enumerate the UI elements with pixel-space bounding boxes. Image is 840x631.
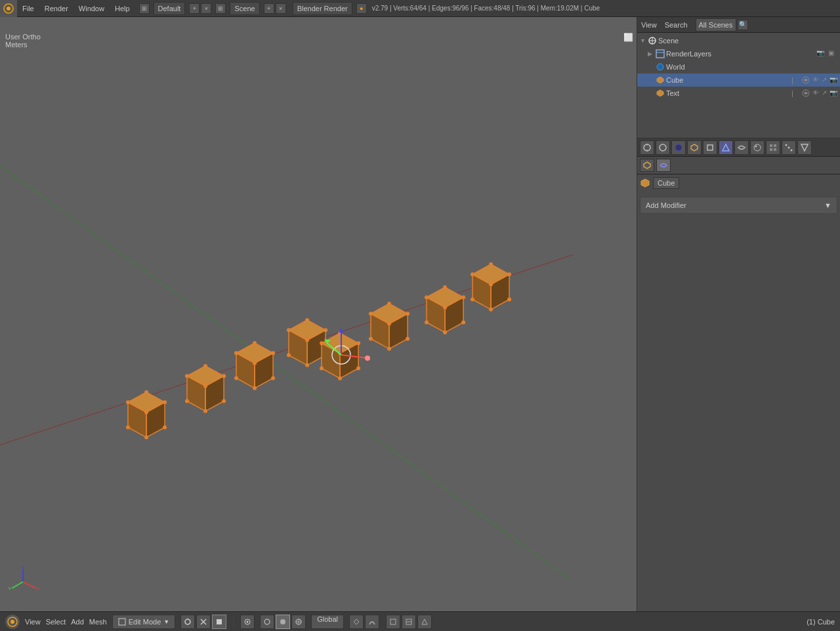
outliner-view-btn[interactable]: View (641, 21, 657, 29)
svg-line-2 (23, 582, 36, 588)
scene-layout-icon2[interactable]: ⊞ (215, 3, 226, 14)
text-select-icon[interactable]: ↗ (822, 89, 827, 97)
renderlayers-camera-icon[interactable]: 📷 (816, 49, 826, 58)
proportional-edit-btn[interactable] (240, 615, 255, 629)
prop-sub-tab-obj[interactable] (640, 159, 654, 172)
prop-tab-material[interactable] (750, 140, 765, 155)
status-view-label[interactable]: View (25, 618, 41, 626)
blender-logo[interactable] (0, 0, 17, 17)
units-label: Meters (5, 41, 41, 49)
renderlayers-action-icon[interactable]: ▣ (828, 49, 837, 58)
outliner-text-item[interactable]: Text | 👁 ↗ 📷 (637, 87, 840, 100)
prop-tab-texture[interactable] (766, 140, 780, 155)
prop-tab-data[interactable] (734, 140, 749, 155)
solid-btn[interactable] (276, 615, 290, 629)
main-menu: File Render Window Help (17, 0, 135, 17)
snap-icon[interactable] (349, 615, 364, 629)
properties-sub-tabs (637, 157, 840, 174)
all-scenes-selector[interactable]: All Scenes (696, 18, 736, 31)
outliner-search-btn[interactable]: Search (665, 21, 688, 29)
svg-point-45 (264, 619, 270, 624)
text-material-icon[interactable] (802, 89, 810, 97)
uv-icon2[interactable] (402, 615, 416, 629)
file-menu[interactable]: File (17, 0, 39, 17)
svg-text:Y: Y (8, 586, 12, 592)
status-mesh-label[interactable]: Mesh (89, 618, 107, 626)
outliner-world-item[interactable]: World (637, 60, 840, 73)
prop-tab-physics[interactable] (797, 140, 812, 155)
extra-toolbar (349, 615, 379, 629)
search-icon[interactable]: 🔍 (738, 20, 748, 30)
add-scene-icon[interactable]: + (264, 3, 274, 14)
top-menu-bar: File Render Window Help ⊞ Default + × ⊞ … (0, 0, 840, 17)
svg-point-39 (185, 619, 190, 624)
prop-tab-particles[interactable] (782, 140, 796, 155)
edit-mode-selector[interactable]: Edit Mode ▼ (112, 615, 175, 629)
text-visibility-icon[interactable]: 👁 (812, 89, 819, 97)
text-obj-icon (656, 89, 665, 98)
uv-icon1[interactable] (386, 615, 400, 629)
outliner: View Search All Scenes 🔍 ▼ Scene ▶ (637, 17, 840, 138)
scene-selector[interactable]: Scene (230, 2, 259, 15)
cube-material-icon[interactable] (802, 76, 810, 84)
prop-tab-world[interactable] (671, 140, 686, 155)
help-menu[interactable]: Help (110, 0, 135, 17)
workspace-selector[interactable]: Default (154, 2, 186, 15)
outliner-cube-item[interactable]: Cube | 👁 ↗ 📷 (637, 73, 840, 87)
prop-sub-tab-mesh[interactable] (656, 159, 671, 172)
prop-tab-render[interactable] (640, 140, 654, 155)
remove-scene-icon[interactable]: × (276, 3, 286, 14)
prop-tab-object[interactable] (687, 140, 702, 155)
remove-workspace-icon[interactable]: × (201, 3, 211, 14)
svg-point-1 (7, 7, 10, 10)
svg-text:X: X (37, 586, 39, 592)
wireframe-btn[interactable] (260, 615, 274, 629)
svg-marker-14 (657, 77, 663, 83)
renderlayers-actions: 📷 ▣ (816, 49, 837, 58)
svg-rect-11 (656, 50, 664, 58)
render-engine-selector[interactable]: Blender Render (293, 2, 352, 15)
outliner-scene-item[interactable]: ▼ Scene (637, 34, 840, 47)
global-selector[interactable]: Global (311, 615, 344, 629)
texture-btn[interactable] (291, 615, 306, 629)
vertex-display-btn[interactable] (180, 615, 195, 629)
status-blender-logo[interactable] (5, 615, 20, 629)
viewport-maximize-icon[interactable]: ⬜ (622, 31, 634, 43)
viewport-3d[interactable]: User Ortho Meters X Z Y ⬜ (0, 17, 637, 611)
svg-point-21 (660, 144, 666, 151)
face-display-btn[interactable] (212, 615, 226, 629)
add-workspace-icon[interactable]: + (189, 3, 200, 14)
status-add-label[interactable]: Add (71, 618, 84, 626)
svg-point-32 (788, 146, 790, 148)
cube-render-icon[interactable]: 📷 (830, 76, 837, 84)
separator-1 (233, 617, 234, 627)
renderlayers-expand-icon: ▶ (648, 51, 656, 57)
cube-icon (656, 75, 665, 85)
svg-rect-42 (217, 619, 222, 624)
scene-layout-icon[interactable]: ⊞ (139, 3, 150, 14)
add-modifier-label: Add Modifier (646, 201, 686, 209)
uv-icon3[interactable] (417, 615, 432, 629)
cube-visibility-icon[interactable]: 👁 (812, 76, 819, 84)
text-render-icon[interactable]: 📷 (830, 89, 837, 97)
outliner-renderlayers-item[interactable]: ▶ RenderLayers 📷 ▣ (637, 47, 840, 60)
cube-divider: | (791, 76, 799, 84)
properties-panel: Cube Add Modifier ▼ (637, 138, 840, 611)
proportional-falloff-icon[interactable] (365, 615, 379, 629)
scene-canvas[interactable] (0, 17, 637, 611)
cube-actions: | 👁 ↗ 📷 (791, 76, 837, 84)
status-select-label[interactable]: Select (46, 618, 66, 626)
prop-tab-modifier[interactable] (719, 140, 733, 155)
svg-point-22 (675, 144, 682, 151)
cube-select-icon[interactable]: ↗ (822, 76, 827, 84)
prop-tab-scene[interactable] (656, 140, 670, 155)
edge-display-btn[interactable] (196, 615, 211, 629)
render-menu[interactable]: Render (39, 0, 74, 17)
window-menu[interactable]: Window (74, 0, 110, 17)
outliner-header: View Search All Scenes 🔍 (637, 17, 840, 33)
svg-rect-50 (390, 619, 396, 624)
object-name-display[interactable]: Cube (653, 177, 679, 189)
add-modifier-button[interactable]: Add Modifier ▼ (640, 197, 837, 214)
svg-marker-34 (644, 162, 650, 169)
prop-tab-constraints[interactable] (703, 140, 717, 155)
